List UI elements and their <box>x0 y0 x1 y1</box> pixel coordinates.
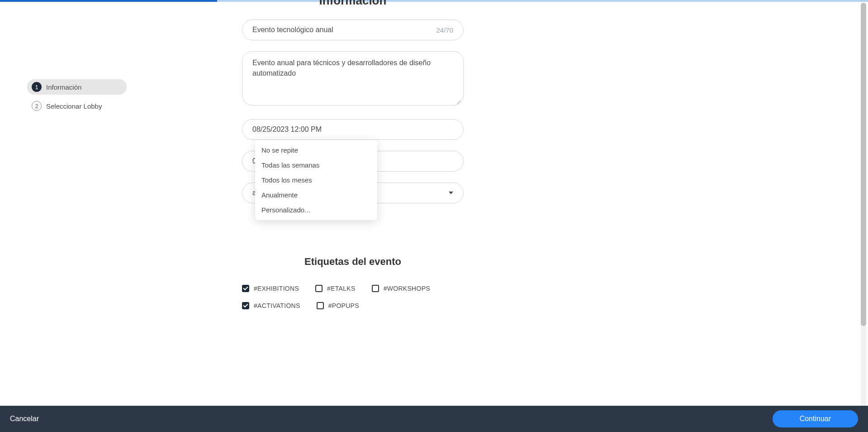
tag-etalks[interactable]: #ETALKS <box>315 285 356 292</box>
event-description-field[interactable]: Evento anual para técnicos y desarrollad… <box>242 51 464 106</box>
scrollbar[interactable] <box>861 3 866 407</box>
checkbox-etalks <box>315 285 323 292</box>
tag-label-exhibitions: #EXHIBITIONS <box>254 285 299 292</box>
footer-bar: Cancelar Continuar <box>0 406 868 432</box>
repeat-option-weekly[interactable]: Todas las semanas <box>255 158 377 173</box>
repeat-option-custom[interactable]: Personalizado... <box>255 202 377 217</box>
step-number-2: 2 <box>32 101 42 111</box>
tag-activations[interactable]: #ACTIVATIONS <box>242 302 300 309</box>
cancel-button[interactable]: Cancelar <box>10 415 39 423</box>
tags-row-2: #ACTIVATIONS #POPUPS <box>226 302 479 309</box>
chevron-down-icon <box>449 192 453 194</box>
step-label-lobby: Seleccionar Lobby <box>46 102 102 110</box>
step-number-1: 1 <box>32 82 42 92</box>
repeat-option-none[interactable]: No se repite <box>255 143 377 158</box>
event-title-field[interactable]: Evento tecnológico anual 24/70 <box>242 19 464 40</box>
checkbox-exhibitions <box>242 285 249 292</box>
step-seleccionar-lobby[interactable]: 2 Seleccionar Lobby <box>27 98 127 114</box>
char-counter: 24/70 <box>436 26 453 34</box>
step-informacion[interactable]: 1 Información <box>27 79 127 95</box>
start-datetime-field[interactable]: 08/25/2023 12:00 PM <box>242 119 464 140</box>
repeat-option-monthly[interactable]: Todos los meses <box>255 173 377 187</box>
tags-row-1: #EXHIBITIONS #ETALKS #WORKSHOPS <box>226 285 479 292</box>
start-datetime-value: 08/25/2023 12:00 PM <box>252 125 453 134</box>
checkbox-popups <box>317 302 324 309</box>
checkbox-workshops <box>372 285 379 292</box>
main-form: Información Evento tecnológico anual 24/… <box>242 0 464 319</box>
tag-popups[interactable]: #POPUPS <box>317 302 359 309</box>
tag-label-popups: #POPUPS <box>328 302 359 309</box>
event-title-value: Evento tecnológico anual <box>252 26 432 34</box>
tags-section: Etiquetas del evento #EXHIBITIONS #ETALK… <box>226 256 479 309</box>
repeat-option-yearly[interactable]: Anualmente <box>255 187 377 202</box>
tags-title: Etiquetas del evento <box>226 256 479 268</box>
section-title-informacion: Información <box>242 0 464 8</box>
continue-button[interactable]: Continuar <box>773 410 858 427</box>
event-description-value: Evento anual para técnicos y desarrollad… <box>252 58 453 99</box>
progress-fill <box>0 0 217 2</box>
repeat-dropdown-menu: No se repite Todas las semanas Todos los… <box>255 140 377 220</box>
tag-label-etalks: #ETALKS <box>327 285 356 292</box>
scrollbar-thumb[interactable] <box>861 3 866 326</box>
tag-label-activations: #ACTIVATIONS <box>254 302 300 309</box>
tag-label-workshops: #WORKSHOPS <box>384 285 430 292</box>
tag-exhibitions[interactable]: #EXHIBITIONS <box>242 285 299 292</box>
step-label-informacion: Información <box>46 83 81 91</box>
tag-workshops[interactable]: #WORKSHOPS <box>372 285 430 292</box>
checkbox-activations <box>242 302 249 309</box>
sidebar-steps: 1 Información 2 Seleccionar Lobby <box>27 79 127 117</box>
resize-handle-icon[interactable] <box>455 97 460 102</box>
